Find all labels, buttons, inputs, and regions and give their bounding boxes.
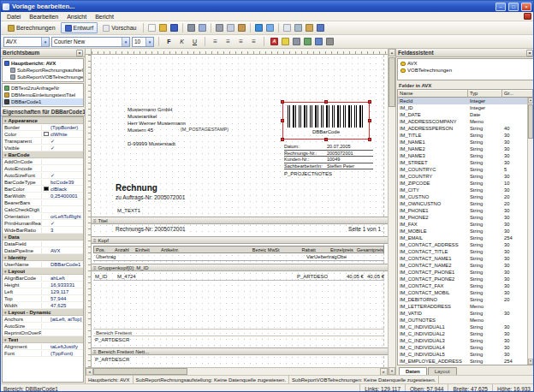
barcode-selection[interactable]: [282, 102, 370, 140]
band-kopf[interactable]: ≡ Kopf: [92, 236, 388, 244]
align-left-icon[interactable]: ≡: [210, 36, 221, 47]
column-header-groesse[interactable]: Gr...: [502, 90, 533, 98]
postagestamp-field[interactable]: (M_POSTAGESTAMP): [181, 127, 228, 132]
field-row[interactable]: RecId Integer: [398, 98, 527, 104]
property-row[interactable]: Anchors [atLeft, atTop]: [3, 316, 83, 323]
selection-handle-e[interactable]: [368, 119, 371, 122]
field-row[interactable]: IM_CONTACT_FAX String 30: [398, 282, 527, 289]
titlebar[interactable]: Vorlage bearbeiten... – □ ×: [1, 1, 533, 12]
field-row[interactable]: IM_STREET String 30: [398, 159, 527, 166]
property-row[interactable]: BarCodeType bcCode39: [3, 179, 83, 186]
tab-berechnungen[interactable]: Berechnungen: [3, 22, 60, 33]
field-row[interactable]: IM_NAME1 String 30: [398, 139, 527, 146]
field-row[interactable]: IM_DEBITORNO String 20: [398, 296, 527, 303]
scroll-down-arrow[interactable]: ▼: [528, 359, 533, 365]
tree-subreport-rechnungsaufstellung[interactable]: SubReportRechnungsaufstellung: Keine Dat…: [3, 67, 83, 74]
save-icon[interactable]: [169, 22, 180, 33]
tree-subreport-vobteilrechnungen[interactable]: SubReportVOBTelrechnungen: Keine Datenqu…: [3, 74, 83, 80]
align-objects-icon[interactable]: [304, 22, 315, 33]
send-back-icon[interactable]: [324, 36, 335, 47]
property-row[interactable]: Border (TppBorder): [3, 124, 83, 131]
field-row[interactable]: IM_NAME2 String 30: [398, 146, 527, 152]
property-value[interactable]: ✓: [42, 138, 83, 144]
field-row[interactable]: IM_C_INDIVIDUAL4 String 30: [398, 344, 527, 351]
property-row[interactable]: DataPipeline AVX: [3, 247, 83, 254]
field-row[interactable]: IM_CONTACT_MOBIL String 30: [398, 289, 527, 296]
close-button[interactable]: ×: [521, 3, 531, 11]
selection-handle-nw[interactable]: [281, 100, 284, 104]
field-row[interactable]: IM_ID Integer: [398, 104, 527, 111]
close-icon[interactable]: ×: [76, 50, 83, 56]
selection-handle-sw[interactable]: [281, 138, 284, 141]
field-row[interactable]: IM_EMAIL String 254: [398, 235, 527, 241]
align-center-icon[interactable]: ≡: [222, 36, 234, 47]
redo-icon[interactable]: [264, 22, 276, 33]
property-value[interactable]: 16,933331: [42, 282, 83, 288]
property-row[interactable]: Font (TppFont): [3, 350, 83, 357]
cut-icon[interactable]: [214, 22, 225, 33]
property-row[interactable]: Top 57,944: [3, 295, 83, 302]
align-justify-icon[interactable]: ≡: [248, 36, 259, 47]
fields-scrollbar[interactable]: ▲ ▼: [527, 98, 533, 365]
scrollbar-thumb[interactable]: [528, 104, 533, 139]
property-value[interactable]: [42, 159, 83, 163]
kopf-invoice-no[interactable]: Rechnungs-Nr: 2005072001: [116, 226, 186, 232]
property-row[interactable]: AddOnCode: [3, 158, 83, 165]
property-row[interactable]: UserName DBBarCode1: [3, 261, 83, 268]
font-color-icon[interactable]: A: [269, 36, 280, 47]
property-value[interactable]: taLeftJustify: [42, 344, 83, 349]
property-row[interactable]: Layout: [3, 268, 83, 275]
freitext-row[interactable]: Bereich Freitext: [93, 329, 384, 336]
property-value[interactable]: [42, 200, 83, 205]
field-row[interactable]: IM_ADDRESSCOMPANY Memo: [398, 118, 527, 125]
property-value[interactable]: 0,25400001: [42, 193, 83, 199]
menu-ansicht[interactable]: Ansicht: [62, 12, 91, 21]
mtext1-field[interactable]: M_TEXT1: [117, 208, 140, 213]
property-row[interactable]: Height 16,933331: [3, 282, 83, 288]
chevron-down-icon[interactable]: ▾: [122, 38, 129, 46]
field-row[interactable]: IM_PHONE2 String 30: [398, 214, 527, 221]
fill-color-icon[interactable]: [302, 36, 313, 47]
selection-handle-w[interactable]: [281, 119, 284, 122]
invoice-info-table[interactable]: Datum: 20.07.2005 Rechnungs-Nr.: 2005072…: [284, 144, 373, 169]
field-row[interactable]: IM_C_INDIVIDUAL1 String 30: [398, 324, 527, 330]
close-icon[interactable]: ×: [526, 50, 533, 56]
property-row[interactable]: BarColor clBlack: [3, 186, 83, 193]
property-value[interactable]: 129,117: [42, 289, 83, 294]
tree-dbtext2zuanfragenr[interactable]: DBText2zuAnfrageNr: [3, 85, 83, 92]
field-row[interactable]: IM_C_INDIVIDUAL2 String 30: [398, 330, 527, 337]
field-row[interactable]: IM_CUSTNO String 20: [398, 193, 527, 200]
property-row[interactable]: Visible ✓: [3, 145, 83, 151]
artdescr-field-2[interactable]: P_ARTDESCR: [95, 357, 129, 362]
menu-bearbeiten[interactable]: Bearbeiten: [25, 12, 62, 21]
field-row[interactable]: IM_C_INDIVIDUAL3 String 30: [398, 337, 527, 344]
paste-icon[interactable]: [236, 22, 247, 33]
field-row[interactable]: IM_CONTACT_PHONE1 String 30: [398, 269, 527, 276]
field-row[interactable]: IM_CONTACT_PHONE2 String 30: [398, 276, 527, 282]
field-row[interactable]: IM_CONTACT_NAME1 String 30: [398, 255, 527, 262]
property-value[interactable]: [atLeft, atTop]: [42, 317, 83, 322]
address-block[interactable]: Mustermann GmbHMusterartikelHerr Werner …: [128, 106, 186, 147]
property-value[interactable]: (TppBorder): [42, 125, 83, 130]
property-value[interactable]: orLeftToRight: [42, 214, 83, 219]
fa-tab-layout[interactable]: Layout: [428, 367, 457, 375]
menu-bericht[interactable]: Bericht: [91, 12, 118, 21]
property-value[interactable]: 47,625: [42, 303, 83, 308]
field-row[interactable]: IM_COUNTRY String 30: [398, 173, 527, 180]
align-right-icon[interactable]: ≡: [235, 36, 246, 47]
property-value[interactable]: ✓: [42, 220, 83, 226]
kopf-page-no[interactable]: Seite 1 von 1: [348, 226, 381, 232]
tree-dbmemo-einleitungstexttitel[interactable]: DBMemoEinleitungstextTitel: [3, 92, 83, 98]
selection-handle-s[interactable]: [324, 138, 328, 141]
menu-datei[interactable]: Datei: [3, 12, 25, 21]
property-value[interactable]: bcCode39: [42, 180, 83, 185]
field-row[interactable]: IM_DATE Date: [398, 111, 527, 118]
property-value[interactable]: [42, 330, 83, 335]
property-value[interactable]: ahLeft: [42, 276, 83, 281]
scrollbar-thumb[interactable]: [93, 368, 187, 375]
column-header-name[interactable]: Name: [398, 90, 468, 98]
property-row[interactable]: Layout - Dynamic: [3, 309, 83, 316]
property-row[interactable]: BarWidth 0,25400001: [3, 193, 83, 199]
property-row[interactable]: AutoSize: [3, 323, 83, 330]
tab-entwurf[interactable]: Entwurf: [61, 22, 98, 33]
